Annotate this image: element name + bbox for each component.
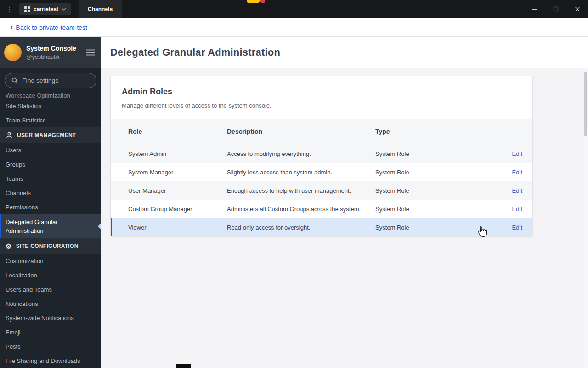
page-header: Delegated Granular Administration (101, 37, 588, 68)
close-button[interactable] (566, 0, 588, 18)
search-input[interactable] (22, 77, 86, 84)
scrollbar-thumb[interactable] (584, 72, 587, 136)
cell-type: System Role (375, 206, 498, 213)
cell-role: Viewer (128, 224, 227, 231)
table-body: System Admin Access to modifying everyth… (111, 144, 532, 236)
search-pill[interactable] (5, 73, 96, 88)
menu-dots-icon[interactable]: ⋮ (0, 5, 19, 14)
recording-indicator (260, 0, 265, 3)
active-item-pointer-icon (98, 223, 101, 230)
sidebar-section-user-management: USER MANAGEMENT (0, 127, 101, 143)
sidebar-item-site-statistics[interactable]: Site Statistics (0, 99, 101, 113)
sidebar-item-notifications[interactable]: Notifications (0, 297, 101, 311)
screenshare-indicator (247, 0, 260, 3)
chevron-down-icon (62, 8, 66, 11)
site-configuration-gear-icon: ⚙ (6, 243, 12, 250)
back-chevron-icon: ‹ (10, 23, 13, 31)
edit-link[interactable]: Edit (512, 169, 522, 176)
sidebar-item-teams[interactable]: Teams (0, 172, 101, 186)
section-label: SITE CONFIGURATION (16, 243, 79, 249)
card-title: Admin Roles (122, 87, 521, 97)
main-content: Delegated Granular Administration Admin … (101, 37, 588, 368)
cell-description: Access to modifying everything. (227, 150, 375, 157)
column-header-type: Type (375, 128, 498, 135)
sidebar-section-site-configuration: ⚙ SITE CONFIGURATION (0, 238, 101, 254)
cell-description: Administers all Custom Groups across the… (227, 206, 375, 213)
server-name: carrietest (34, 6, 58, 12)
card-header: Admin Roles Manage different levels of a… (111, 76, 532, 119)
sidebar-item-posts[interactable]: Posts (0, 339, 101, 354)
column-header-role: Role (128, 128, 227, 135)
sidebar-title: System Console (26, 45, 76, 53)
sidebar-item-channels[interactable]: Channels (0, 186, 101, 200)
sidebar-item-system-wide-notifications[interactable]: System-wide Notifications (0, 311, 101, 325)
cell-role: System Manager (128, 169, 227, 176)
server-selector[interactable]: carrietest (19, 3, 71, 15)
cell-description: Read only access for oversight. (227, 224, 375, 231)
back-bar: ‹ Back to private-team-test (0, 18, 588, 37)
system-console-sidebar: System Console @yesbhautik Workspace Opt… (0, 37, 101, 368)
table-header-row: Role Description Type (111, 119, 532, 144)
table-row-custom-group-manager[interactable]: Custom Group Manager Administers all Cus… (111, 200, 532, 218)
sidebar-item-localization[interactable]: Localization (0, 268, 101, 282)
cell-role: User Manager (128, 187, 227, 194)
card-subtitle: Manage different levels of access to the… (122, 102, 521, 109)
back-link[interactable]: ‹ Back to private-team-test (10, 24, 87, 31)
sidebar-item-permissions[interactable]: Permissions (0, 200, 101, 214)
active-item-label: Delegated Granular Administration (6, 218, 89, 236)
sidebar-search (0, 68, 101, 93)
sidebar-item-workspace-optimization[interactable]: Workspace Optimization (0, 93, 101, 99)
user-management-icon (6, 132, 13, 139)
cell-description: Slightly less access than system admin. (227, 169, 375, 176)
sidebar-item-delegated-granular-administration[interactable]: Delegated Granular Administration (0, 214, 101, 238)
search-icon (11, 77, 18, 84)
tab-channels[interactable]: Channels (79, 0, 122, 18)
sidebar-header: System Console @yesbhautik (0, 37, 101, 68)
window-titlebar: ⋮ carrietest Channels (0, 0, 588, 18)
section-label: USER MANAGEMENT (17, 132, 76, 138)
table-row-system-manager[interactable]: System Manager Slightly less access than… (111, 163, 532, 181)
sidebar-item-emoji[interactable]: Emoji (0, 325, 101, 339)
cell-type: System Role (375, 187, 498, 194)
edit-link[interactable]: Edit (512, 206, 522, 213)
maximize-button[interactable] (545, 0, 566, 18)
cell-type: System Role (375, 224, 498, 231)
sidebar-item-file-sharing-and-downloads[interactable]: File Sharing and Downloads (0, 354, 101, 368)
taskbar-peek (176, 364, 191, 368)
content-area: Admin Roles Manage different levels of a… (101, 68, 588, 368)
window-controls (523, 0, 588, 18)
sidebar-nav: Workspace Optimization Site Statistics T… (0, 93, 101, 368)
table-row-system-admin[interactable]: System Admin Access to modifying everyth… (111, 144, 532, 163)
vertical-scrollbar[interactable] (583, 68, 588, 368)
hamburger-menu-icon[interactable] (86, 49, 95, 56)
cell-type: System Role (375, 169, 498, 176)
server-grid-icon (24, 6, 30, 12)
edit-link[interactable]: Edit (512, 150, 522, 157)
back-link-label: Back to private-team-test (16, 24, 87, 31)
cell-role: System Admin (128, 150, 227, 157)
sidebar-item-team-statistics[interactable]: Team Statistics (0, 113, 101, 127)
sidebar-username: @yesbhautik (26, 54, 76, 60)
admin-roles-card: Admin Roles Manage different levels of a… (110, 76, 533, 237)
cell-description: Enough access to help with user manageme… (227, 187, 375, 194)
minimize-button[interactable] (523, 0, 545, 18)
avatar[interactable] (4, 44, 22, 61)
column-header-description: Description (227, 128, 375, 135)
cell-role: Custom Group Manager (128, 206, 227, 213)
table-row-viewer[interactable]: Viewer Read only access for oversight. S… (111, 218, 532, 236)
cell-type: System Role (375, 150, 498, 157)
table-row-user-manager[interactable]: User Manager Enough access to help with … (111, 181, 532, 200)
edit-link[interactable]: Edit (512, 224, 522, 231)
page-title: Delegated Granular Administration (110, 46, 280, 58)
sidebar-item-groups[interactable]: Groups (0, 157, 101, 172)
sidebar-item-users[interactable]: Users (0, 143, 101, 157)
edit-link[interactable]: Edit (512, 187, 522, 194)
sidebar-item-customization[interactable]: Customization (0, 254, 101, 268)
sidebar-item-users-and-teams[interactable]: Users and Teams (0, 282, 101, 297)
